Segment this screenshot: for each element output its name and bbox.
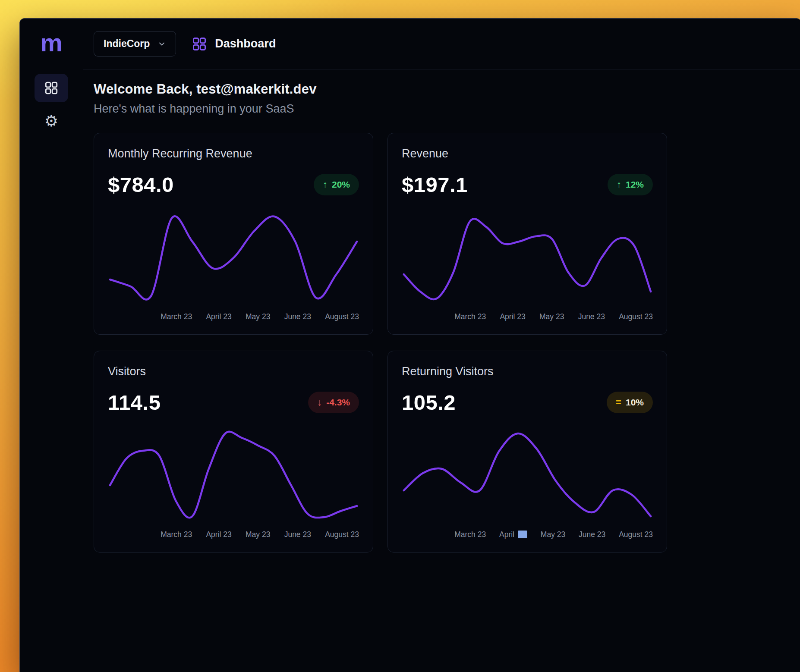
gear-icon: ⚙ <box>44 112 58 130</box>
trend-label: 12% <box>626 179 644 190</box>
x-axis-label: August 23 <box>619 530 653 539</box>
x-axis-label: April <box>499 530 527 539</box>
dashboard-grid-icon <box>192 36 207 52</box>
x-axis-label: June 23 <box>284 530 311 539</box>
x-axis-label: April 23 <box>206 312 231 321</box>
card-title: Visitors <box>108 365 359 378</box>
top-header: IndieCorp Dashboard <box>83 19 800 69</box>
x-axis-label: March 23 <box>161 530 192 539</box>
x-axis-labels: March 23April 23May 23June 23August 23 <box>161 312 359 321</box>
metric-value: $784.0 <box>108 173 174 197</box>
trend-badge: ↑ 20% <box>314 174 359 195</box>
x-axis-label: August 23 <box>619 312 653 321</box>
workspace-name: IndieCorp <box>104 38 150 50</box>
chevron-down-icon <box>157 40 166 48</box>
line-chart <box>402 210 653 305</box>
x-axis-label: June 23 <box>284 312 311 321</box>
equals-icon: = <box>616 398 621 407</box>
card-visitors: Visitors 114.5 ↓ -4.3% March 23April 23M… <box>94 351 373 553</box>
x-axis-label: May 23 <box>541 530 565 539</box>
trend-label: -4.3% <box>326 397 350 408</box>
x-axis-labels: March 23AprilMay 23June 23August 23 <box>454 530 653 539</box>
trend-up-icon: ↑ <box>323 180 328 189</box>
selection-highlight <box>518 531 527 538</box>
sidebar-item-settings[interactable]: ⚙ <box>35 108 68 134</box>
metric-value: $197.1 <box>402 173 468 197</box>
breadcrumb: Dashboard <box>192 36 276 52</box>
line-chart <box>108 428 359 523</box>
dashboard-grid-icon <box>44 81 59 95</box>
x-axis-label: June 23 <box>579 530 605 539</box>
card-returning-visitors: Returning Visitors 105.2 = 10% March 23A… <box>387 351 667 553</box>
app-window: m ⚙ IndieCorp <box>19 18 800 672</box>
line-chart <box>402 428 653 523</box>
card-title: Revenue <box>402 147 653 160</box>
x-axis-label: June 23 <box>578 312 605 321</box>
sidebar-item-dashboard[interactable] <box>35 74 68 102</box>
card-title: Returning Visitors <box>402 365 653 378</box>
trend-badge: = 10% <box>607 392 653 413</box>
metric-value: 105.2 <box>402 390 456 415</box>
x-axis-label: March 23 <box>161 312 192 321</box>
x-axis-label: May 23 <box>246 530 270 539</box>
trend-label: 20% <box>332 179 350 190</box>
x-axis-label: March 23 <box>454 530 486 539</box>
workspace-selector-button[interactable]: IndieCorp <box>94 31 176 57</box>
x-axis-labels: March 23April 23May 23June 23August 23 <box>161 530 359 539</box>
trend-down-icon: ↓ <box>317 398 322 407</box>
app-logo: m <box>40 29 63 57</box>
card-monthly-recurring-revenue: Monthly Recurring Revenue $784.0 ↑ 20% M… <box>94 133 373 335</box>
trend-badge: ↑ 12% <box>608 174 653 195</box>
page-title: Dashboard <box>215 37 276 50</box>
x-axis-label: May 23 <box>246 312 270 321</box>
x-axis-labels: March 23April 23May 23June 23August 23 <box>454 312 653 321</box>
dashboard-content: Welcome Back, test@makerkit.dev Here's w… <box>83 69 800 553</box>
x-axis-label: March 23 <box>454 312 486 321</box>
trend-badge: ↓ -4.3% <box>308 392 359 413</box>
x-axis-label: August 23 <box>325 530 359 539</box>
x-axis-label: May 23 <box>539 312 564 321</box>
stats-card-grid: Monthly Recurring Revenue $784.0 ↑ 20% M… <box>94 133 791 553</box>
metric-value: 114.5 <box>108 390 161 415</box>
trend-label: 10% <box>626 397 644 408</box>
welcome-subtitle: Here's what is happening in your SaaS <box>94 102 791 116</box>
x-axis-label: April 23 <box>500 312 525 321</box>
main-area: IndieCorp Dashboard <box>83 19 800 672</box>
card-title: Monthly Recurring Revenue <box>108 147 359 160</box>
line-chart <box>108 210 359 305</box>
x-axis-label: August 23 <box>325 312 359 321</box>
x-axis-label: April 23 <box>206 530 231 539</box>
welcome-title: Welcome Back, test@makerkit.dev <box>94 82 791 97</box>
card-revenue: Revenue $197.1 ↑ 12% March 23April 23May… <box>387 133 667 335</box>
trend-up-icon: ↑ <box>617 180 621 189</box>
sidebar: m ⚙ <box>20 19 83 672</box>
